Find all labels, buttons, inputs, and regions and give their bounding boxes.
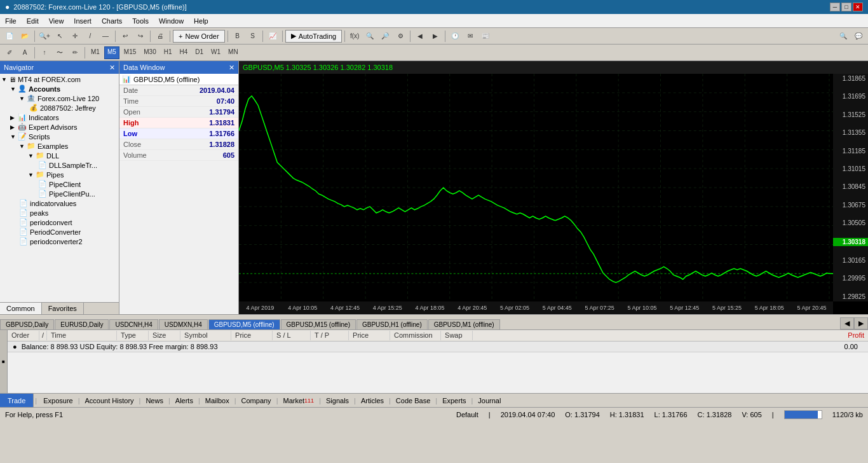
title-bar-controls[interactable]: ─ □ ✕: [830, 3, 863, 11]
chart-tab-gbpusd-m15-offline[interactable]: GBPUSD,M15 (offline): [281, 319, 356, 329]
menu-file[interactable]: File: [0, 16, 22, 26]
chart-tab-scroll-left[interactable]: ◀: [840, 317, 854, 329]
zoom-in-button[interactable]: 🔍+: [37, 30, 51, 43]
arrow-button[interactable]: ↖: [53, 30, 67, 43]
line-tool2[interactable]: 〜: [53, 46, 67, 59]
close-button[interactable]: ✕: [853, 3, 863, 11]
tree-pipeclientpu[interactable]: 📄 PipeClientPu...: [1, 189, 118, 198]
navigator-close-icon[interactable]: ✕: [109, 64, 115, 72]
period-mn[interactable]: MN: [225, 46, 241, 59]
chart-tab-gbpusd-daily[interactable]: GBPUSD,Daily: [0, 319, 54, 329]
tree-accounts[interactable]: ▼ 👤 Accounts: [1, 84, 118, 93]
menu-help[interactable]: Help: [189, 16, 214, 26]
chart-tab-eurusd-daily[interactable]: EURUSD,Daily: [55, 319, 109, 329]
history-button[interactable]: 📈: [266, 30, 280, 43]
arrow-up-tool[interactable]: ↑: [37, 46, 51, 59]
tree-examples[interactable]: ▼ 📁 Examples: [1, 141, 118, 151]
menu-tools[interactable]: Tools: [127, 16, 154, 26]
menu-edit[interactable]: Edit: [22, 16, 44, 26]
sell-button[interactable]: S: [246, 30, 260, 43]
tree-indicatorvalues[interactable]: 📄 indicatorvalues: [1, 198, 118, 208]
back-button[interactable]: ◀: [413, 30, 427, 43]
bottom-tab-experts[interactable]: Experts: [437, 394, 471, 408]
nav-tab-common[interactable]: Common: [0, 303, 42, 314]
period-m1[interactable]: M1: [88, 46, 103, 59]
tree-dll-sample[interactable]: 📄 DLLSampleTr...: [1, 160, 118, 170]
chart-canvas-area[interactable]: 1.31865 1.31695 1.31525 1.31355 1.31185 …: [239, 74, 868, 301]
chart-tab-usdmxn-h4[interactable]: USDMXN,H4: [159, 319, 208, 329]
new-order-button[interactable]: + New Order: [173, 30, 225, 43]
redo-button[interactable]: ↪: [133, 30, 147, 43]
chat-button[interactable]: 💬: [851, 30, 865, 43]
chart-tab-scroll-right[interactable]: ▶: [854, 317, 868, 329]
forward-button[interactable]: ▶: [428, 30, 442, 43]
tree-account-user[interactable]: 💰 20887502: Jeffrey: [1, 103, 118, 113]
bottom-tab-market[interactable]: Market111: [278, 394, 319, 408]
tree-periodconverter2[interactable]: 📄 periodconverter2: [1, 237, 118, 246]
print-button[interactable]: 🖨: [153, 30, 167, 43]
mail-button[interactable]: ✉: [463, 30, 477, 43]
bottom-tab-journal[interactable]: Journal: [473, 394, 506, 408]
chart-tab-gbpusd-m1-offline[interactable]: GBPUSD,M1 (offline): [428, 319, 500, 329]
undo-button[interactable]: ↩: [118, 30, 132, 43]
period-m30[interactable]: M30: [140, 46, 159, 59]
tree-broker[interactable]: ▼ 🏦 Forex.com-Live 120: [1, 93, 118, 103]
zoom-chart-out[interactable]: 🔎: [378, 30, 392, 43]
tree-peaks[interactable]: 📄 peaks: [1, 208, 118, 218]
tree-indicators[interactable]: ▶ 📊 Indicators: [1, 113, 118, 122]
bottom-tab-news[interactable]: News: [140, 394, 168, 408]
bottom-tab-articles[interactable]: Articles: [356, 394, 389, 408]
tree-scripts[interactable]: ▼ 📝 Scripts: [1, 132, 118, 141]
autotrading-button[interactable]: ▶ AutoTrading: [285, 30, 342, 43]
minimize-button[interactable]: ─: [830, 3, 840, 11]
period-w1[interactable]: W1: [208, 46, 224, 59]
period-m15[interactable]: M15: [121, 46, 139, 59]
news-button[interactable]: 📰: [478, 30, 492, 43]
period-d1[interactable]: D1: [192, 46, 207, 59]
buy-button[interactable]: B: [231, 30, 245, 43]
zoom-chart-in[interactable]: 🔍: [363, 30, 377, 43]
nav-tab-favorites[interactable]: Favorites: [42, 303, 84, 314]
period-h4[interactable]: H4: [177, 46, 191, 59]
bottom-tab-signals[interactable]: Signals: [321, 394, 354, 408]
terminal-close-icon: ■: [1, 359, 6, 364]
chart-tab-gbpusd-m5-offline[interactable]: GBPUSD,M5 (offline): [208, 319, 280, 329]
tree-pipes[interactable]: ▼ 📁 Pipes: [1, 170, 118, 179]
properties-button[interactable]: ⚙: [393, 30, 407, 43]
data-window-close-icon[interactable]: ✕: [229, 64, 234, 72]
menu-view[interactable]: View: [44, 16, 69, 26]
bottom-tab-exposure[interactable]: Exposure: [38, 394, 78, 408]
tree-pipeclient[interactable]: 📄 PipeClient: [1, 179, 118, 189]
period-m5[interactable]: M5: [104, 46, 119, 59]
draw-tool2[interactable]: ✏: [68, 46, 82, 59]
menu-charts[interactable]: Charts: [97, 16, 127, 26]
indicators-button[interactable]: f(x): [348, 30, 362, 43]
bottom-tab-trade[interactable]: Trade: [0, 394, 34, 408]
bottom-tab-mailbox[interactable]: Mailbox: [200, 394, 234, 408]
hline-button[interactable]: —: [98, 30, 112, 43]
crosshair-button[interactable]: ✛: [68, 30, 82, 43]
period-h1[interactable]: H1: [161, 46, 175, 59]
bottom-tab-codebase[interactable]: Code Base: [391, 394, 435, 408]
open-button[interactable]: 📂: [18, 30, 32, 43]
line-button[interactable]: /: [83, 30, 97, 43]
bottom-tab-account-history[interactable]: Account History: [80, 394, 139, 408]
bottom-tab-company[interactable]: Company: [236, 394, 276, 408]
bottom-tab-alerts[interactable]: Alerts: [170, 394, 198, 408]
chart-tab-gbpusd-h1-offline[interactable]: GBPUSD,H1 (offline): [356, 319, 428, 329]
chart-tab-usdcnh-h4[interactable]: USDCNH,H4: [109, 319, 158, 329]
terminal-close-button[interactable]: ■: [0, 330, 8, 393]
tree-mt4[interactable]: ▼ 🖥 MT4 at FOREX.com: [1, 75, 118, 84]
draw-tool[interactable]: ✐: [3, 46, 17, 59]
tree-periodconverter[interactable]: 📄 PeriodConverter: [1, 227, 118, 237]
menu-insert[interactable]: Insert: [69, 16, 97, 26]
menu-window[interactable]: Window: [154, 16, 189, 26]
search-button[interactable]: 🔍: [836, 30, 850, 43]
maximize-button[interactable]: □: [841, 3, 851, 11]
new-chart-button[interactable]: 📄: [3, 30, 17, 43]
text-tool[interactable]: A: [18, 46, 32, 59]
clock-button[interactable]: 🕐: [448, 30, 462, 43]
tree-dll[interactable]: ▼ 📁 DLL: [1, 151, 118, 160]
tree-experts[interactable]: ▶ 🤖 Expert Advisors: [1, 122, 118, 132]
tree-periodconvert[interactable]: 📄 periodconvert: [1, 218, 118, 227]
